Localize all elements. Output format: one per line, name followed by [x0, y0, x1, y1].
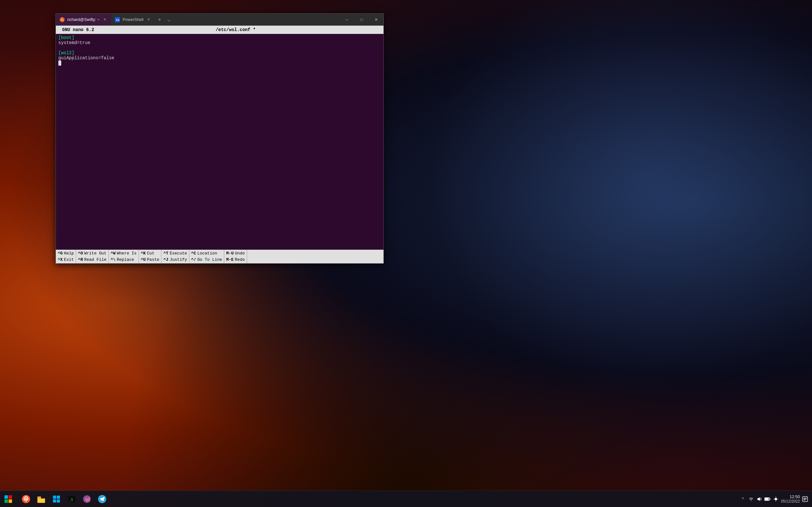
svg-text:PS: PS — [116, 19, 119, 21]
svg-rect-13 — [53, 496, 56, 499]
label-cut: Cut — [147, 250, 159, 257]
shortcut-keys-where-replace: ^W ^\ — [111, 250, 116, 263]
shortcut-keys-execute-justify: ^T ^J — [163, 250, 168, 263]
svg-point-2 — [62, 20, 63, 20]
label-where: Where Is — [117, 250, 136, 257]
shortcut-undo-redo: M-U M-E Undo Redo — [224, 250, 247, 263]
clock-time: 12:50 — [781, 494, 800, 499]
clock[interactable]: 12:50 05/12/2022 — [781, 494, 800, 504]
tray-brightness-icon[interactable] — [773, 496, 779, 502]
tray-chevron-icon[interactable]: ^ — [740, 496, 746, 502]
shortcut-keys-location-goto: ^C ^/ — [191, 250, 196, 263]
shortcut-cut-paste: ^K ^U Cut Paste — [139, 250, 162, 263]
label-read: Read File — [84, 257, 106, 263]
labels-where-replace: Where Is Replace — [117, 250, 136, 263]
svg-text:_$: _$ — [69, 498, 73, 502]
maximize-button[interactable]: □ — [354, 14, 369, 25]
shortcut-keys-cut-paste: ^K ^U — [141, 250, 146, 263]
tray-network-icon[interactable] — [748, 496, 754, 502]
key-help: ^G — [58, 250, 63, 257]
labels-help-exit: Help Exit — [64, 250, 74, 263]
key-cut: ^K — [141, 250, 146, 257]
tab-ubuntu[interactable]: richard@Swifty: ~ ✕ — [56, 14, 111, 25]
boot-section-header: [boot] — [58, 35, 74, 40]
taskbar-icon-store[interactable] — [49, 492, 63, 506]
tab1-close[interactable]: ✕ — [102, 17, 107, 22]
taskbar-icon-terminal[interactable]: _$ — [65, 492, 79, 506]
labels-execute-justify: Execute Justify — [170, 250, 187, 263]
clock-date: 05/12/2022 — [781, 499, 800, 504]
svg-marker-22 — [757, 497, 760, 501]
tray-volume-icon[interactable] — [756, 496, 763, 502]
svg-point-9 — [25, 498, 27, 500]
svg-point-1 — [62, 18, 63, 19]
shortcut-location-goto: ^C ^/ Location Go To Line — [189, 250, 224, 263]
label-exit: Exit — [64, 257, 74, 263]
key-execute: ^T — [163, 250, 168, 257]
shortcut-keys-undo-redo: M-U M-E — [226, 250, 234, 263]
taskbar-icon-app5[interactable]: 🐙 — [80, 492, 94, 506]
minimize-button[interactable]: ─ — [340, 14, 354, 25]
nano-version: GNU nano 6.2 — [62, 27, 94, 32]
label-justify: Justify — [170, 257, 187, 263]
taskbar-tray: ^ — [736, 494, 812, 504]
label-undo: Undo — [235, 250, 245, 257]
tab1-label: richard@Swifty: ~ — [67, 17, 100, 22]
shortcut-where-replace: ^W ^\ Where Is Replace — [109, 250, 139, 263]
shortcut-keys-help-exit: ^G ^X — [58, 250, 63, 263]
svg-text:🐙: 🐙 — [85, 497, 90, 502]
svg-rect-16 — [57, 499, 60, 503]
taskbar: _$ 🐙 ^ — [0, 491, 812, 507]
taskbar-icon-brave[interactable] — [19, 492, 33, 506]
svg-point-26 — [774, 498, 777, 500]
svg-point-3 — [61, 20, 62, 20]
labels-cut-paste: Cut Paste — [147, 250, 159, 263]
key-replace: ^\ — [111, 257, 116, 263]
tab2-close[interactable]: ✕ — [146, 17, 151, 22]
tab-powershell[interactable]: PS PowerShell ✕ — [111, 14, 155, 25]
line-cursor — [58, 60, 381, 66]
key-where: ^W — [111, 250, 116, 257]
shortcut-keys-write-read: ^O ^R — [78, 250, 83, 263]
line-blank — [58, 45, 381, 50]
tab2-label: PowerShell — [122, 17, 143, 22]
start-icon-cell-3 — [4, 499, 8, 503]
key-location: ^C — [191, 250, 196, 257]
window-controls: ─ □ ✕ — [340, 14, 384, 25]
ubuntu-icon — [60, 17, 65, 22]
title-bar: richard@Swifty: ~ ✕ PS PowerShell ✕ + ⌵ … — [56, 14, 384, 26]
labels-location-goto: Location Go To Line — [197, 250, 222, 263]
close-button[interactable]: ✕ — [369, 14, 384, 25]
taskbar-icons: _$ 🐙 — [16, 492, 112, 506]
line-systemd: systemd=true — [58, 40, 381, 45]
svg-rect-12 — [38, 497, 40, 498]
start-button[interactable] — [0, 491, 16, 507]
svg-rect-11 — [38, 498, 45, 503]
tray-battery-icon[interactable] — [764, 496, 771, 502]
svg-rect-14 — [57, 496, 60, 499]
labels-write-read: Write Out Read File — [84, 250, 106, 263]
key-read: ^R — [78, 257, 83, 263]
start-icon-cell-4 — [9, 499, 12, 503]
taskbar-icon-file-explorer[interactable] — [34, 492, 48, 506]
label-paste: Paste — [147, 257, 159, 263]
key-paste: ^U — [141, 257, 146, 263]
label-write: Write Out — [84, 250, 106, 257]
label-help: Help — [64, 250, 74, 257]
tray-notification-icon[interactable] — [802, 496, 808, 502]
shortcuts-row: ^G ^X Help Exit ^O ^R Write Out Read Fil… — [56, 250, 384, 263]
nano-header: GNU nano 6.2 /etc/wsl.conf * — [56, 26, 384, 34]
new-tab-button[interactable]: + — [155, 14, 164, 25]
labels-undo-redo: Undo Redo — [235, 250, 245, 263]
shortcut-help-exit: ^G ^X Help Exit — [56, 250, 76, 263]
label-redo: Redo — [235, 257, 245, 263]
start-icon — [4, 495, 12, 503]
tab-dropdown-button[interactable]: ⌵ — [164, 14, 174, 25]
nano-editor[interactable]: [boot] systemd=true [wsl2] guiApplicatio… — [56, 34, 384, 250]
shortcut-write-read: ^O ^R Write Out Read File — [76, 250, 109, 263]
wsl2-section-header: [wsl2] — [58, 50, 74, 55]
label-goto: Go To Line — [197, 257, 222, 263]
nano-filename: /etc/wsl.conf * — [216, 27, 256, 32]
line-gui: guiApplications=false — [58, 55, 381, 60]
taskbar-icon-telegram[interactable] — [95, 492, 109, 506]
